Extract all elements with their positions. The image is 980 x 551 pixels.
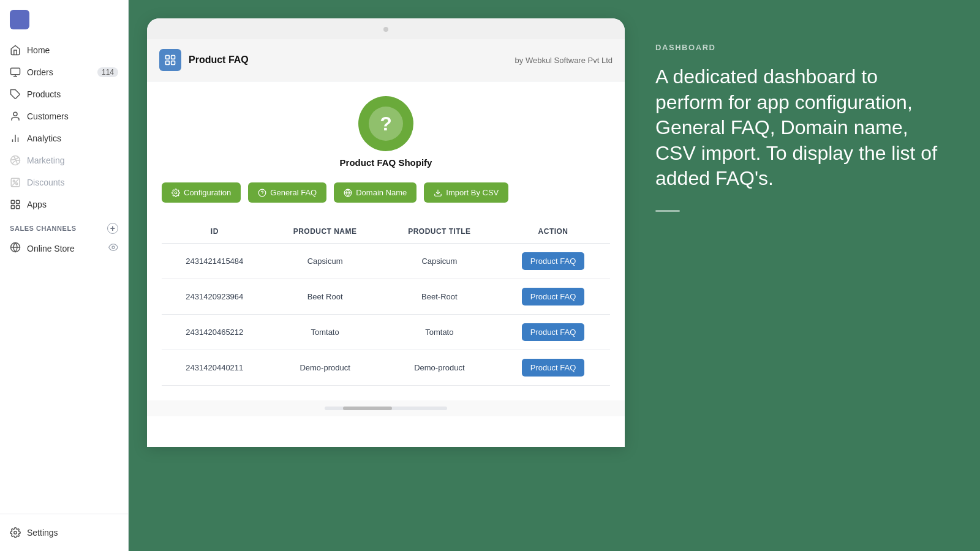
svg-rect-21 [166, 56, 170, 59]
online-store-label: Online Store [27, 244, 75, 253]
svg-rect-14 [17, 200, 20, 203]
cell-product-name: Tomtato [268, 315, 383, 350]
col-id: ID [162, 220, 268, 244]
svg-rect-13 [11, 200, 14, 203]
sidebar-item-online-store[interactable]: Online Store [0, 236, 128, 260]
sidebar-item-settings[interactable]: Settings [0, 522, 128, 544]
sidebar-item-home[interactable]: Home [0, 39, 128, 61]
svg-point-9 [13, 180, 15, 182]
sidebar-item-customers[interactable]: Customers [0, 105, 128, 127]
col-product-name: PRODUCT NAME [268, 220, 383, 244]
table-header: ID PRODUCT NAME PRODUCT TITLE ACTION [162, 220, 610, 244]
cell-id: 2431420465212 [162, 315, 268, 350]
card-dot [383, 27, 388, 32]
cell-action: Product FAQ [496, 315, 610, 350]
product-faq-action-button[interactable]: Product FAQ [522, 288, 584, 305]
product-faq-action-button[interactable]: Product FAQ [522, 323, 584, 341]
svg-rect-24 [172, 61, 175, 65]
card-header: Product FAQ by Webkul Software Pvt Ltd [147, 39, 625, 81]
import-csv-button-label: Import By CSV [446, 188, 499, 197]
general-faq-button[interactable]: General FAQ [248, 182, 326, 203]
app-logo-inner: ? [369, 107, 403, 141]
main-content: Product FAQ by Webkul Software Pvt Ltd ?… [129, 0, 980, 551]
table-row: 2431420465212 Tomtato Tomtato Product FA… [162, 315, 610, 350]
cell-product-title: Demo-product [383, 350, 497, 386]
product-faq-card: Product FAQ by Webkul Software Pvt Ltd ?… [147, 18, 625, 447]
add-sales-channel-button[interactable]: + [107, 223, 118, 234]
app-title: Product FAQ Shopify [340, 157, 432, 168]
product-faq-action-button[interactable]: Product FAQ [522, 359, 584, 377]
right-panel: DASHBOARD A dedicated dashboard to perfo… [625, 18, 980, 236]
marketing-icon [10, 155, 21, 166]
cell-product-title: Capsicum [383, 244, 497, 279]
card-body: ? Product FAQ Shopify Configuration [147, 81, 625, 400]
table-body: 2431421415484 Capsicum Capsicum Product … [162, 244, 610, 386]
card-by-label: by Webkul Software Pvt Ltd [515, 56, 612, 65]
cell-product-title: Beet-Root [383, 279, 497, 315]
cell-product-name: Demo-product [268, 350, 383, 386]
cell-id: 2431421415484 [162, 244, 268, 279]
svg-rect-16 [17, 206, 20, 209]
online-store-icon [10, 242, 21, 255]
cell-id: 2431420440211 [162, 350, 268, 386]
eye-icon[interactable] [108, 242, 118, 254]
product-faq-action-button[interactable]: Product FAQ [522, 252, 584, 270]
configuration-button-label: Configuration [184, 188, 231, 197]
sidebar-item-label: Marketing [27, 156, 64, 165]
sidebar-bottom: Settings [0, 514, 128, 551]
sidebar-item-label: Apps [27, 200, 47, 209]
sidebar-item-analytics[interactable]: Analytics [0, 127, 128, 149]
table-row: 2431420440211 Demo-product Demo-product … [162, 350, 610, 386]
card-title: Product FAQ [189, 54, 249, 66]
question-mark-icon: ? [380, 113, 392, 135]
app-logo-circle: ? [358, 96, 413, 151]
sidebar-item-discounts[interactable]: Discounts [0, 171, 128, 193]
dashboard-divider [655, 210, 680, 212]
customers-icon [10, 111, 21, 122]
sidebar-item-orders[interactable]: Orders 114 [0, 61, 128, 83]
app-logo-area: ? Product FAQ Shopify [162, 96, 610, 168]
configuration-button[interactable]: Configuration [162, 182, 241, 203]
domain-name-button[interactable]: Domain Name [334, 182, 417, 203]
col-product-title: PRODUCT TITLE [383, 220, 497, 244]
scrollbar-thumb[interactable] [343, 407, 392, 410]
dashboard-label: DASHBOARD [655, 43, 949, 52]
scrollbar-track[interactable] [325, 407, 447, 410]
cell-id: 2431420923964 [162, 279, 268, 315]
table-row: 2431421415484 Capsicum Capsicum Product … [162, 244, 610, 279]
products-table: ID PRODUCT NAME PRODUCT TITLE ACTION 243… [162, 220, 610, 386]
shopify-logo-icon [10, 10, 29, 29]
sidebar-navigation: Home Orders 114 Products [0, 34, 128, 514]
orders-badge: 114 [97, 67, 118, 77]
col-action: ACTION [496, 220, 610, 244]
import-csv-button[interactable]: Import By CSV [424, 182, 508, 203]
discounts-icon [10, 177, 21, 188]
svg-rect-15 [11, 206, 14, 209]
svg-point-10 [16, 183, 18, 185]
sales-channels-section: SALES CHANNELS + [0, 216, 128, 236]
sales-channels-label: SALES CHANNELS [10, 225, 77, 232]
orders-icon [10, 67, 21, 78]
sidebar: Home Orders 114 Products [0, 0, 129, 551]
sidebar-item-label: Products [27, 89, 61, 99]
sidebar-item-marketing[interactable]: Marketing [0, 149, 128, 171]
cell-action: Product FAQ [496, 244, 610, 279]
svg-rect-0 [11, 68, 20, 75]
dashboard-description: A dedicated dashboard to perform for app… [655, 64, 949, 192]
cell-action: Product FAQ [496, 279, 610, 315]
svg-point-19 [112, 246, 115, 249]
sidebar-item-products[interactable]: Products [0, 83, 128, 105]
svg-point-4 [13, 112, 17, 116]
apps-icon [10, 199, 21, 210]
svg-rect-23 [166, 61, 170, 65]
sidebar-item-label: Home [27, 45, 50, 55]
product-faq-app-icon [159, 49, 181, 71]
home-icon [10, 45, 21, 56]
svg-point-25 [175, 192, 177, 194]
sidebar-item-apps[interactable]: Apps [0, 193, 128, 216]
cell-product-name: Capsicum [268, 244, 383, 279]
products-icon [10, 89, 21, 100]
card-bottom-scrollbar [147, 400, 625, 416]
svg-point-20 [14, 531, 17, 534]
card-top-indicator [147, 18, 625, 39]
